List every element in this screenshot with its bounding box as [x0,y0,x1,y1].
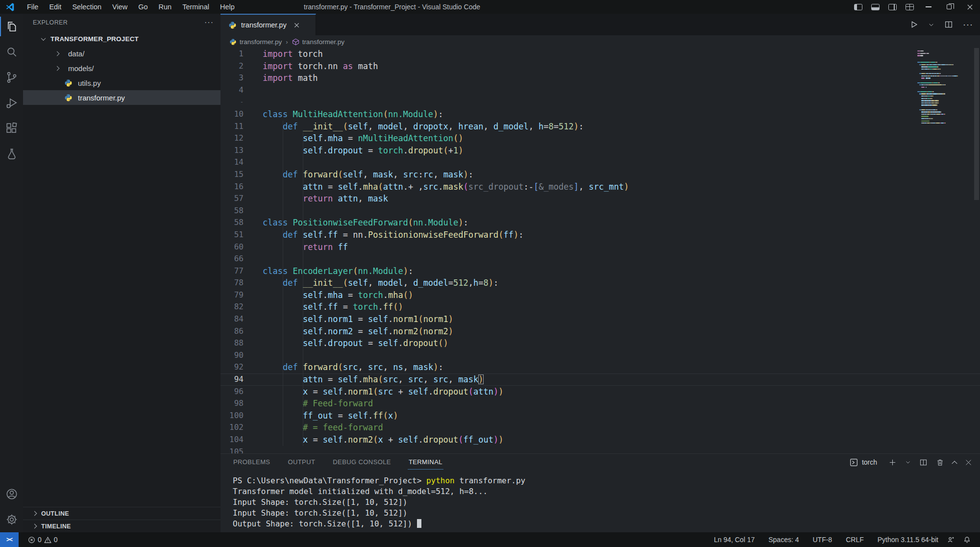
testing-icon[interactable] [0,141,23,167]
menu-file[interactable]: File [22,0,44,14]
file-row-utils-py[interactable]: utils.py [23,75,220,90]
code-editor[interactable]: 1import torch2import torch.nn as math3im… [220,48,980,453]
eol-setting[interactable]: CRLF [841,532,868,547]
menu-run[interactable]: Run [153,0,177,14]
encoding-setting[interactable]: UTF-8 [808,532,836,547]
code-line[interactable]: 3import math [220,72,980,84]
code-line[interactable]: 10class MultiHeadAttention(nn.Module): [220,108,980,121]
breadcrumb-symbol[interactable]: transformer.py [302,38,344,46]
terminal-dropdown-chevron-icon[interactable] [905,459,911,465]
menu-help[interactable]: Help [215,0,240,14]
code-line[interactable]: 58 [220,205,980,217]
explorer-icon[interactable] [0,14,23,39]
close-button[interactable] [959,0,980,14]
toggle-primary-sidebar-icon[interactable] [854,4,862,10]
code-line[interactable]: 16 attn = self.mha(attn.+ ,src.mask(src_… [220,181,980,193]
customize-layout-icon[interactable] [906,4,914,10]
source-control-icon[interactable] [0,65,23,90]
toggle-secondary-sidebar-icon[interactable] [888,4,897,10]
code-line[interactable]: 92 def forward(src, src, ns, mask): [220,361,980,373]
code-line[interactable]: 90 [220,349,980,362]
run-dropdown-icon[interactable] [928,22,934,28]
file-row-transformer-py[interactable]: transformer.py [23,90,220,105]
code-line[interactable]: 51 def self.ff = nn.PositionionwiseFeedF… [220,229,980,241]
code-line[interactable]: 84 self.norm1 = self.norm1(norm1) [220,313,980,325]
restore-button[interactable] [939,0,959,14]
panel-tab-output[interactable]: OUTPUT [287,455,316,469]
code-line[interactable]: 4 [220,84,980,97]
outline-section[interactable]: OUTLINE [23,507,220,520]
language-mode[interactable]: Python 3.11.5 64-bit [873,532,943,547]
split-editor-icon[interactable] [944,20,953,29]
file-row-models[interactable]: models/ [23,61,220,75]
code-line[interactable]: 105 [220,446,980,453]
settings-gear-icon[interactable] [0,507,23,532]
terminal-output[interactable]: PS C:\Users\newData\Transformer_Project>… [220,471,980,529]
timeline-section[interactable]: TIMELINE [23,520,220,532]
code-line[interactable]: 98 # Feed-forward [220,398,980,410]
code-line[interactable]: 77class EncoderLayer(nn.Module): [220,265,980,277]
terminal-line: PS C:\Users\newData\Transformer_Project>… [233,475,980,486]
code-line[interactable]: 100 ff_out = self.ff(x) [220,410,980,422]
menu-selection[interactable]: Selection [67,0,107,14]
minimize-button[interactable] [918,0,939,14]
feedback-icon[interactable] [943,532,959,547]
scrollbar-thumb[interactable] [974,48,979,200]
project-root-folder[interactable]: TRANSFORMER_PROJECT [23,31,220,46]
more-actions-icon[interactable]: ··· [963,23,973,26]
cursor-position[interactable]: Ln 94, Col 17 [710,532,759,547]
remote-indicator[interactable]: >< [0,532,19,547]
tab-close-icon[interactable] [294,22,300,28]
code-line[interactable]: 102 # = feed-forward [220,422,980,434]
explorer-more-actions-icon[interactable]: ··· [204,20,214,25]
tab-transformer-py[interactable]: transformer.py [220,14,316,35]
code-line[interactable]: 104 x = self.norm2(x + self.dropout(ff_o… [220,434,980,446]
code-line[interactable]: 15 def forward(self, mask, src:rc, mask)… [220,169,980,181]
close-panel-icon[interactable] [965,459,972,466]
menu-view[interactable]: View [107,0,133,14]
account-icon[interactable] [0,481,23,507]
toggle-panel-icon[interactable] [871,4,880,10]
code-line[interactable]: 58class PositionwiseFeedForward(nn.Modul… [220,217,980,229]
terminal-shell-badge[interactable]: torch [850,458,877,467]
code-line[interactable]: 82 self.ff = torch.ff() [220,301,980,313]
notifications-bell-icon[interactable] [959,532,975,547]
code-line[interactable]: 66 [220,253,980,265]
panel-tab-problems[interactable]: PROBLEMS [232,455,271,469]
code-line[interactable]: - [220,96,980,108]
code-line[interactable]: 13 self.dropout = torch.dropout(+1) [220,145,980,157]
code-line[interactable]: 88 self.dropout = self.dropout() [220,337,980,349]
split-terminal-icon[interactable] [919,458,928,467]
new-terminal-plus-icon[interactable] [888,458,897,467]
panel-tab-debug-console[interactable]: DEBUG CONSOLE [332,455,392,469]
code-line[interactable]: 14 [220,156,980,169]
minimap[interactable] [914,50,973,126]
panel-tab-terminal[interactable]: TERMINAL [408,455,443,470]
search-icon[interactable] [0,39,23,65]
code-line[interactable]: 60 return ff [220,241,980,253]
kill-terminal-trash-icon[interactable] [936,458,944,467]
code-line[interactable]: 11 def __init__(self, model, dropotx, hr… [220,121,980,133]
code-line[interactable]: 57 return attn, mask [220,193,980,205]
code-line[interactable]: 96 x = self.norm1(src + self.dropout(att… [220,386,980,398]
code-line[interactable]: 2import torch.nn as math [220,60,980,73]
code-line[interactable]: 86 self.norm2 = self.norm2(norm2) [220,325,980,338]
code-line[interactable]: 78 def __init__(self, model, d_model=512… [220,277,980,289]
code-line[interactable]: 79 self.mha = torch.mha() [220,289,980,301]
code-line[interactable]: 12 self.mha = nMultiHeadAttention() [220,132,980,145]
breadcrumb-file[interactable]: transformer.py [240,38,282,46]
problems-status[interactable]: 0 0 [24,532,62,547]
maximize-panel-chevron-icon[interactable] [952,461,957,466]
menu-edit[interactable]: Edit [44,0,67,14]
indentation-setting[interactable]: Spaces: 4 [764,532,803,547]
file-row-data[interactable]: data/ [23,46,220,61]
code-line[interactable]: 94 attn = self.mha(src, src, src, mask) [220,373,980,386]
line-number: 2 [220,60,244,73]
menu-go[interactable]: Go [133,0,153,14]
run-python-file-icon[interactable] [909,20,918,29]
run-debug-icon[interactable] [0,90,23,116]
editor-scrollbar[interactable] [973,48,980,453]
code-line[interactable]: 1import torch [220,48,980,60]
extensions-icon[interactable] [0,116,23,141]
menu-terminal[interactable]: Terminal [177,0,215,14]
